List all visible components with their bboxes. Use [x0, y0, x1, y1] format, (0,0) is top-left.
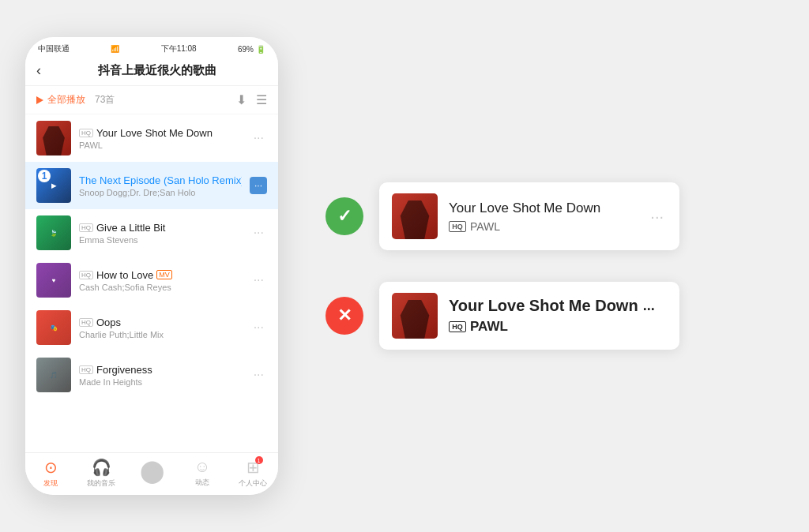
incorrect-panel-row: ✕ Your Love Shot Me Down ... HQ PAWL: [325, 282, 784, 350]
album-art: 🎵: [36, 358, 71, 392]
discover-label: 发现: [43, 478, 58, 489]
bottom-navigation: ⊙ 发现 🎧 我的音乐 ⬤ ☺ 动态 ⊞1 个人中心: [25, 452, 278, 495]
song-title: HQ Forgiveness: [79, 364, 243, 376]
album-art: ♥: [36, 263, 71, 298]
song-artist: Cash Cash;Sofia Reyes: [79, 283, 243, 292]
nav-profile[interactable]: ⊞1 个人中心: [228, 458, 278, 489]
filter-icon[interactable]: ☰: [256, 92, 267, 107]
card-song-title: Your Love Shot Me Down: [449, 200, 636, 216]
status-icons: 📶: [111, 45, 119, 53]
profile-label: 个人中心: [239, 478, 267, 489]
song-list: HQ Your Love Shot Me Down PAWL ··· 1 ▶: [25, 114, 278, 452]
song-info: HQ How to Love MV Cash Cash;Sofia Reyes: [79, 269, 243, 292]
song-artist: Charlie Puth;Little Mix: [79, 330, 243, 339]
list-item[interactable]: ♥ HQ How to Love MV Cash Cash;Sofia Reye…: [25, 257, 278, 304]
album-art: 🎭: [36, 310, 71, 345]
song-artist: Emma Stevens: [79, 235, 243, 245]
song-title: HQ Oops: [79, 317, 243, 328]
time-label: 下午11:08: [161, 43, 197, 54]
song-title: HQ Your Love Shot Me Down: [79, 127, 243, 139]
status-bar: 中国联通 📶 下午11:08 69% 🔋: [25, 37, 278, 58]
correct-panel-row: ✓ Your Love Shot Me Down HQ PAWL ···: [325, 182, 784, 250]
mv-badge: MV: [156, 270, 172, 279]
toolbar: 全部播放 73首 ⬇ ☰: [25, 86, 278, 114]
carrier-label: 中国联通: [38, 43, 70, 54]
success-indicator: ✓: [325, 197, 363, 235]
card-artist-row: HQ PAWL: [449, 319, 667, 335]
card-song-title: Your Love Shot Me Down ...: [449, 297, 667, 315]
comparison-panels: ✓ Your Love Shot Me Down HQ PAWL ···: [325, 182, 784, 350]
phone-mockup: 中国联通 📶 下午11:08 69% 🔋 ‹ 抖音上最近很火的歌曲 全部播放 7…: [25, 37, 278, 495]
hq-badge: HQ: [79, 129, 93, 137]
card-album-art: [392, 293, 438, 339]
card-more-icon[interactable]: ···: [647, 204, 667, 229]
hq-badge: HQ: [79, 318, 93, 327]
center-icon: ⬤: [140, 458, 164, 484]
card-artist-label: PAWL: [470, 220, 500, 233]
download-icon[interactable]: ⬇: [236, 92, 246, 107]
checkmark-icon: ✓: [337, 206, 352, 227]
nav-center[interactable]: ⬤: [126, 458, 177, 489]
hq-badge: HQ: [79, 223, 93, 232]
list-item[interactable]: 🎵 HQ Forgiveness Made In Heights ···: [25, 351, 278, 399]
error-indicator: ✕: [325, 297, 363, 335]
more-icon[interactable]: ···: [250, 270, 267, 290]
song-info: HQ Oops Charlie Puth;Little Mix: [79, 317, 243, 339]
nav-my-music[interactable]: 🎧 我的音乐: [76, 458, 126, 489]
page-header: ‹ 抖音上最近很火的歌曲: [25, 58, 278, 86]
moments-label: 动态: [195, 478, 209, 488]
battery-area: 69% 🔋: [238, 45, 265, 54]
card-hq-badge: HQ: [449, 221, 466, 232]
list-item[interactable]: 🍃 HQ Give a Little Bit Emma Stevens ···: [25, 209, 278, 257]
list-item[interactable]: HQ Your Love Shot Me Down PAWL ···: [25, 114, 278, 162]
song-title: The Next Episode (San Holo Remix): [79, 174, 242, 186]
album-art: 🍃: [36, 215, 71, 250]
ellipsis-icon: ...: [643, 298, 655, 314]
discover-icon: ⊙: [44, 458, 58, 477]
song-artist: Snoop Dogg;Dr. Dre;San Holo: [79, 188, 242, 197]
my-music-label: 我的音乐: [87, 478, 115, 489]
card-album-art: [392, 193, 438, 239]
correct-song-card[interactable]: Your Love Shot Me Down HQ PAWL ···: [379, 182, 679, 250]
song-info: The Next Episode (San Holo Remix) Snoop …: [79, 174, 242, 197]
page-title: 抖音上最近很火的歌曲: [47, 63, 267, 78]
album-art: [36, 121, 71, 155]
more-icon[interactable]: ···: [250, 177, 267, 194]
profile-icon: ⊞1: [246, 458, 260, 477]
card-info: Your Love Shot Me Down HQ PAWL: [449, 200, 636, 233]
more-icon[interactable]: ···: [250, 128, 267, 148]
list-item[interactable]: 🎭 HQ Oops Charlie Puth;Little Mix ···: [25, 304, 278, 351]
play-all-button[interactable]: 全部播放: [36, 93, 85, 107]
song-artist: Made In Heights: [79, 377, 243, 387]
battery-percent: 69%: [238, 45, 254, 54]
song-title: HQ How to Love MV: [79, 269, 243, 281]
more-icon[interactable]: ···: [250, 223, 267, 243]
song-info: HQ Your Love Shot Me Down PAWL: [79, 127, 243, 150]
song-count-label: 73首: [95, 93, 115, 107]
my-music-icon: 🎧: [92, 458, 111, 477]
back-button[interactable]: ‹: [36, 62, 41, 79]
song-artist: PAWL: [79, 140, 243, 150]
moments-icon: ☺: [194, 458, 210, 476]
hq-badge: HQ: [79, 365, 93, 374]
song-info: HQ Forgiveness Made In Heights: [79, 364, 243, 387]
battery-icon: 🔋: [256, 45, 265, 54]
more-icon[interactable]: ···: [250, 317, 267, 338]
play-triangle-icon: [36, 96, 43, 104]
hq-badge: HQ: [79, 271, 93, 279]
cross-icon: ✕: [337, 305, 352, 326]
nav-moments[interactable]: ☺ 动态: [177, 458, 228, 489]
album-art: 1 ▶: [36, 168, 71, 203]
card-artist-row: HQ PAWL: [449, 220, 636, 233]
more-icon[interactable]: ···: [250, 365, 267, 385]
nav-discover[interactable]: ⊙ 发现: [25, 458, 76, 489]
song-title: HQ Give a Little Bit: [79, 222, 243, 234]
card-hq-badge: HQ: [449, 321, 466, 332]
list-item[interactable]: 1 ▶ The Next Episode (San Holo Remix) Sn…: [25, 162, 278, 209]
card-info: Your Love Shot Me Down ... HQ PAWL: [449, 297, 667, 335]
song-info: HQ Give a Little Bit Emma Stevens: [79, 222, 243, 245]
card-artist-label: PAWL: [470, 319, 508, 335]
toolbar-actions: ⬇ ☰: [236, 92, 267, 107]
play-all-label: 全部播放: [47, 93, 85, 107]
incorrect-song-card[interactable]: Your Love Shot Me Down ... HQ PAWL: [379, 282, 679, 350]
